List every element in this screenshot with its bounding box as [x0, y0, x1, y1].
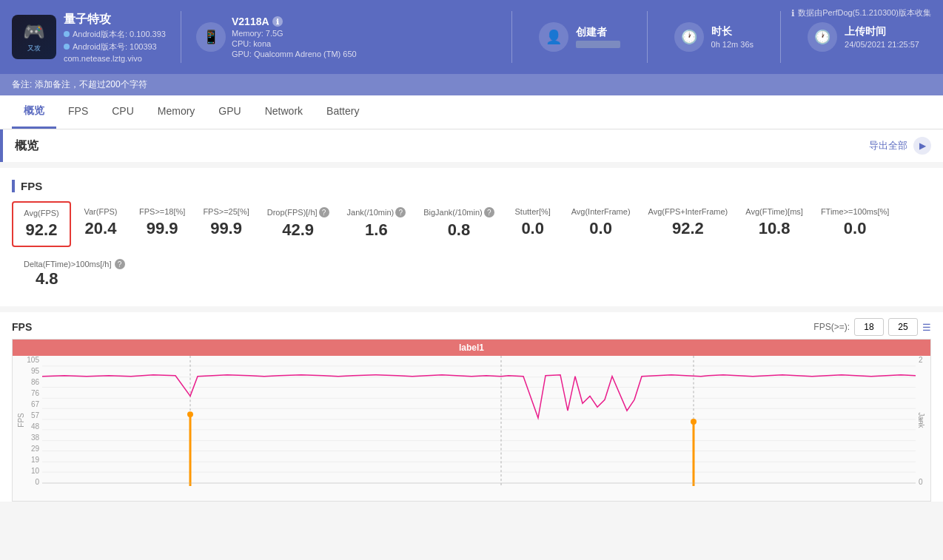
fps-input-18[interactable]: [854, 318, 884, 336]
stat-drop-fps-value: 42.9: [282, 220, 314, 240]
chart-container: label1 105 95 86 76 67 57 48 38 29 19 10…: [12, 339, 931, 502]
stat-fps18: FPS>=18[%] 99.9: [130, 201, 194, 244]
creator-text: 创建者: [576, 26, 620, 48]
nav-item-overview[interactable]: 概览: [12, 95, 56, 129]
info-icon: ℹ: [791, 8, 795, 18]
stat-fps25: FPS>=25[%] 99.9: [194, 201, 258, 244]
fps-controls: FPS(>=): ☰: [813, 318, 931, 336]
stat-stutter-label: Stutter[%]: [515, 207, 551, 216]
nav-item-battery[interactable]: Battery: [315, 96, 371, 128]
upload-value: 24/05/2021 21:25:57: [845, 40, 919, 49]
y-label-86: 86: [16, 378, 39, 386]
stat-ftime-label: Avg(FTime)[ms]: [745, 207, 803, 216]
stat-drop-fps: Drop(FPS)[/h] ? 42.9: [258, 201, 338, 246]
chart-settings-icon[interactable]: ☰: [922, 322, 931, 333]
chart-header: FPS FPS(>=): ☰: [12, 318, 931, 336]
delta-help-icon[interactable]: ?: [115, 259, 125, 269]
jank-y-1: 1: [919, 417, 929, 425]
stat-var-fps: Var(FPS) 20.4: [71, 201, 130, 244]
y-label-76: 76: [16, 389, 39, 397]
stat-avg-fps-value: 92.2: [26, 220, 58, 240]
duration-text: 时长 0h 12m 36s: [711, 25, 754, 49]
fps-gte-label: FPS(>=):: [813, 322, 850, 332]
stat-fps-interframe: Avg(FPS+InterFrame) 92.2: [640, 201, 737, 244]
stat-interframe-label: Avg(InterFrame): [571, 207, 631, 216]
y-label-19: 19: [16, 456, 39, 464]
stat-fps25-label: FPS>=25[%]: [203, 207, 249, 216]
upload-icon: 🕐: [808, 22, 837, 52]
fps-input-25[interactable]: [888, 318, 918, 336]
y-label-95: 95: [16, 367, 39, 375]
note-bar[interactable]: 备注: 添加备注，不超过200个字符: [0, 74, 943, 95]
nav-item-fps[interactable]: FPS: [56, 96, 100, 128]
device-info-icon: ℹ: [272, 16, 283, 27]
stat-fps18-value: 99.9: [147, 219, 178, 238]
app-android-build: Android版本号: 100393: [64, 41, 166, 53]
stat-ftime-pct: FTime>=100ms[%] 0.0: [812, 201, 899, 244]
device-section: 📱 V2118A ℹ Memory: 7.5G CPU: kona GPU: Q…: [196, 16, 497, 58]
nav-item-cpu[interactable]: CPU: [100, 96, 146, 128]
y-label-0: 0: [16, 478, 39, 486]
device-details: V2118A ℹ Memory: 7.5G CPU: kona GPU: Qua…: [232, 16, 357, 58]
stat-ftime: Avg(FTime)[ms] 10.8: [736, 201, 812, 244]
y-label-10: 10: [16, 467, 39, 475]
stat-avg-fps: Avg(FPS) 92.2: [12, 201, 71, 247]
y-label-29: 29: [16, 445, 39, 453]
stat-ftime-value: 10.8: [759, 219, 791, 238]
jank-y-2: 2: [919, 356, 929, 364]
app-text: 量子特攻 Android版本名: 0.100.393 Android版本号: 1…: [64, 12, 166, 63]
duration-icon: 🕐: [674, 22, 704, 52]
y-label-105: 105: [16, 356, 39, 364]
data-source: ℹ 数据由PerfDog(5.1.210300)版本收集: [791, 7, 931, 18]
nav-item-network[interactable]: Network: [253, 96, 315, 128]
stat-stutter: Stutter[%] 0.0: [503, 201, 563, 244]
stat-jank-value: 1.6: [365, 220, 388, 240]
svg-point-16: [187, 411, 193, 417]
stat-var-fps-value: 20.4: [85, 219, 117, 238]
jank-y-0: 0: [919, 478, 929, 486]
fps-axis-label: FPS: [17, 413, 25, 427]
stat-stutter-value: 0.0: [521, 219, 544, 238]
content: 概览 导出全部 ▶ FPS Avg(FPS) 92.2 Var(FPS) 20.…: [0, 129, 943, 502]
stat-fps-interframe-label: Avg(FPS+InterFrame): [648, 207, 728, 216]
stat-var-fps-label: Var(FPS): [84, 207, 117, 216]
stat-interframe-value: 0.0: [589, 219, 612, 238]
drop-fps-help-icon[interactable]: ?: [319, 207, 329, 217]
app-android-version: Android版本名: 0.100.393: [64, 29, 166, 40]
divider3: [647, 11, 648, 63]
duration-block: 🕐 时长 0h 12m 36s: [662, 22, 765, 52]
divider2: [511, 11, 512, 63]
stat-fps18-label: FPS>=18[%]: [139, 207, 185, 216]
bigjank-help-icon[interactable]: ?: [484, 207, 494, 217]
app-package: com.netease.lztg.vivo: [64, 54, 166, 63]
chart-label-bar: label1: [13, 340, 930, 356]
stat-jank: Jank(/10min) ? 1.6: [338, 201, 415, 246]
stat-jank-label: Jank(/10min) ?: [347, 207, 406, 217]
collapse-button[interactable]: ▶: [913, 137, 931, 155]
device-name: V2118A ℹ: [232, 16, 357, 27]
upload-block: 🕐 上传时间 24/05/2021 21:25:57: [796, 22, 931, 52]
device-memory: Memory: 7.5G: [232, 29, 357, 38]
section-header: 概览 导出全部 ▶: [0, 129, 943, 162]
delta-row: Delta(FTime)>100ms[/h] ? 4.8: [24, 259, 931, 289]
device-icon: 📱: [196, 22, 226, 52]
app-info: 🎮 又攻 量子特攻 Android版本名: 0.100.393 Android版…: [12, 12, 166, 63]
fps-title: FPS: [12, 180, 931, 192]
jank-y-axis: 2 1 0: [917, 356, 930, 486]
jank-help-icon[interactable]: ?: [395, 207, 406, 217]
y-label-38: 38: [16, 434, 39, 442]
fps-chart-svg: [42, 356, 916, 486]
divider4: [780, 11, 781, 63]
upload-text: 上传时间 24/05/2021 21:25:57: [845, 25, 919, 49]
nav-item-gpu[interactable]: GPU: [207, 96, 252, 128]
export-button[interactable]: 导出全部: [869, 139, 907, 152]
delta-label: Delta(FTime)>100ms[/h] ?: [24, 259, 931, 269]
section-title: 概览: [15, 138, 38, 154]
app-avatar: 🎮 又攻: [12, 15, 56, 59]
duration-label: 时长: [711, 25, 754, 38]
chart-svg-area: [42, 356, 916, 486]
nav-bar: 概览 FPS CPU Memory GPU Network Battery: [0, 95, 943, 129]
device-gpu: GPU: Qualcomm Adreno (TM) 650: [232, 50, 357, 58]
stat-drop-fps-label: Drop(FPS)[/h] ?: [267, 207, 329, 217]
nav-item-memory[interactable]: Memory: [146, 96, 207, 128]
